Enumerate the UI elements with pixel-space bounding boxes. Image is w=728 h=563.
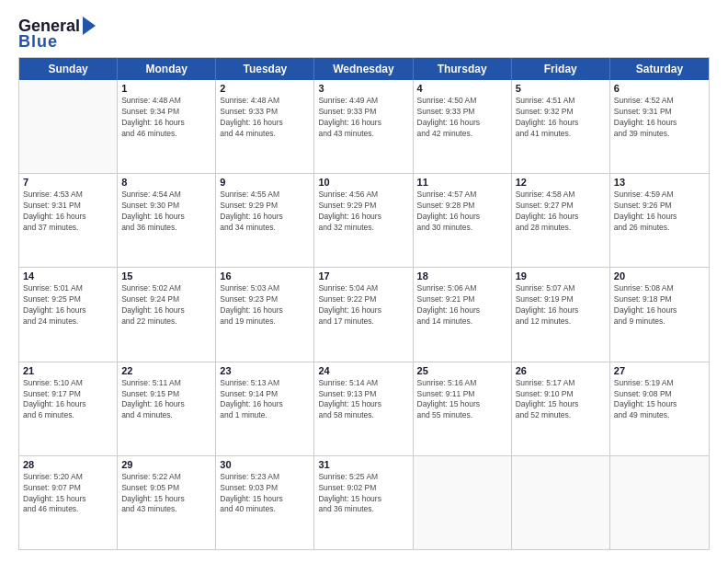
header: General Blue [18, 17, 710, 52]
day-number: 21 [23, 365, 113, 376]
day-number: 14 [23, 270, 113, 282]
day-info: Sunrise: 4:48 AMSunset: 9:33 PMDaylight:… [220, 96, 310, 140]
day-info: Sunrise: 4:49 AMSunset: 9:33 PMDaylight:… [318, 96, 408, 140]
day-info: Sunrise: 5:13 AMSunset: 9:14 PMDaylight:… [220, 378, 310, 422]
day-number: 31 [318, 459, 408, 470]
page: General Blue SundayMondayTuesdayWednesda… [0, 0, 728, 563]
day-number: 4 [417, 83, 507, 94]
calendar-header-cell: Thursday [414, 58, 512, 80]
day-info: Sunrise: 5:03 AMSunset: 9:23 PMDaylight:… [220, 283, 310, 327]
calendar-cell: 28Sunrise: 5:20 AMSunset: 9:07 PMDayligh… [19, 456, 118, 549]
day-info: Sunrise: 5:19 AMSunset: 9:08 PMDaylight:… [614, 378, 705, 422]
logo-arrow-icon [83, 17, 96, 35]
calendar-cell: 10Sunrise: 4:56 AMSunset: 9:29 PMDayligh… [314, 174, 413, 267]
day-info: Sunrise: 4:48 AMSunset: 9:34 PMDaylight:… [121, 96, 211, 140]
day-number: 18 [417, 270, 507, 282]
calendar-header-cell: Monday [118, 58, 216, 80]
day-info: Sunrise: 5:02 AMSunset: 9:24 PMDaylight:… [121, 283, 211, 327]
day-number: 12 [516, 177, 606, 188]
day-info: Sunrise: 5:11 AMSunset: 9:15 PMDaylight:… [121, 378, 211, 422]
day-info: Sunrise: 4:55 AMSunset: 9:29 PMDaylight:… [220, 190, 310, 234]
day-info: Sunrise: 5:04 AMSunset: 9:22 PMDaylight:… [318, 283, 408, 327]
day-number: 7 [23, 177, 113, 188]
calendar-cell: 7Sunrise: 4:53 AMSunset: 9:31 PMDaylight… [19, 174, 118, 267]
day-info: Sunrise: 5:22 AMSunset: 9:05 PMDaylight:… [121, 472, 211, 516]
day-info: Sunrise: 5:16 AMSunset: 9:11 PMDaylight:… [417, 378, 507, 422]
day-info: Sunrise: 5:10 AMSunset: 9:17 PMDaylight:… [23, 378, 113, 422]
day-number: 5 [516, 83, 606, 94]
day-number: 26 [516, 365, 606, 376]
day-number: 28 [23, 459, 113, 470]
day-number: 20 [614, 270, 705, 282]
calendar-cell: 14Sunrise: 5:01 AMSunset: 9:25 PMDayligh… [19, 268, 118, 361]
day-info: Sunrise: 4:51 AMSunset: 9:32 PMDaylight:… [516, 96, 606, 140]
calendar-body: 1Sunrise: 4:48 AMSunset: 9:34 PMDaylight… [19, 80, 709, 549]
calendar-cell: 27Sunrise: 5:19 AMSunset: 9:08 PMDayligh… [610, 362, 709, 455]
day-info: Sunrise: 5:20 AMSunset: 9:07 PMDaylight:… [23, 472, 113, 516]
day-number: 25 [417, 365, 507, 376]
calendar-cell: 25Sunrise: 5:16 AMSunset: 9:11 PMDayligh… [414, 362, 512, 455]
day-info: Sunrise: 5:08 AMSunset: 9:18 PMDaylight:… [614, 283, 705, 327]
calendar-header-cell: Tuesday [216, 58, 314, 80]
calendar-cell [512, 456, 610, 549]
calendar-header-cell: Wednesday [314, 58, 413, 80]
day-info: Sunrise: 4:59 AMSunset: 9:26 PMDaylight:… [614, 190, 705, 234]
calendar-header-cell: Friday [512, 58, 610, 80]
calendar-cell: 2Sunrise: 4:48 AMSunset: 9:33 PMDaylight… [216, 80, 314, 173]
day-number: 1 [121, 83, 211, 94]
calendar-cell: 1Sunrise: 4:48 AMSunset: 9:34 PMDaylight… [118, 80, 216, 173]
calendar-cell: 26Sunrise: 5:17 AMSunset: 9:10 PMDayligh… [512, 362, 610, 455]
day-info: Sunrise: 4:57 AMSunset: 9:28 PMDaylight:… [417, 190, 507, 234]
day-number: 3 [318, 83, 408, 94]
calendar-cell: 19Sunrise: 5:07 AMSunset: 9:19 PMDayligh… [512, 268, 610, 361]
calendar-cell: 23Sunrise: 5:13 AMSunset: 9:14 PMDayligh… [216, 362, 314, 455]
calendar-cell: 29Sunrise: 5:22 AMSunset: 9:05 PMDayligh… [118, 456, 216, 549]
calendar-cell: 15Sunrise: 5:02 AMSunset: 9:24 PMDayligh… [118, 268, 216, 361]
calendar-cell: 17Sunrise: 5:04 AMSunset: 9:22 PMDayligh… [314, 268, 413, 361]
calendar-cell: 31Sunrise: 5:25 AMSunset: 9:02 PMDayligh… [314, 456, 413, 549]
calendar-row: 1Sunrise: 4:48 AMSunset: 9:34 PMDaylight… [19, 80, 709, 174]
calendar-cell: 20Sunrise: 5:08 AMSunset: 9:18 PMDayligh… [610, 268, 709, 361]
calendar-cell: 3Sunrise: 4:49 AMSunset: 9:33 PMDaylight… [314, 80, 413, 173]
day-number: 10 [318, 177, 408, 188]
day-number: 24 [318, 365, 408, 376]
calendar-cell: 6Sunrise: 4:52 AMSunset: 9:31 PMDaylight… [610, 80, 709, 173]
calendar-cell: 5Sunrise: 4:51 AMSunset: 9:32 PMDaylight… [512, 80, 610, 173]
calendar-cell [610, 456, 709, 549]
day-number: 22 [121, 365, 211, 376]
calendar-cell: 18Sunrise: 5:06 AMSunset: 9:21 PMDayligh… [414, 268, 512, 361]
calendar-row: 7Sunrise: 4:53 AMSunset: 9:31 PMDaylight… [19, 174, 709, 268]
calendar-header: SundayMondayTuesdayWednesdayThursdayFrid… [19, 58, 709, 80]
calendar-cell: 12Sunrise: 4:58 AMSunset: 9:27 PMDayligh… [512, 174, 610, 267]
day-info: Sunrise: 5:17 AMSunset: 9:10 PMDaylight:… [516, 378, 606, 422]
calendar-cell [414, 456, 512, 549]
day-number: 19 [516, 270, 606, 282]
calendar-cell: 4Sunrise: 4:50 AMSunset: 9:33 PMDaylight… [414, 80, 512, 173]
day-info: Sunrise: 5:01 AMSunset: 9:25 PMDaylight:… [23, 283, 113, 327]
day-number: 11 [417, 177, 507, 188]
day-number: 15 [121, 270, 211, 282]
calendar-cell: 11Sunrise: 4:57 AMSunset: 9:28 PMDayligh… [414, 174, 512, 267]
day-info: Sunrise: 5:25 AMSunset: 9:02 PMDaylight:… [318, 472, 408, 516]
day-number: 13 [614, 177, 705, 188]
calendar-cell: 21Sunrise: 5:10 AMSunset: 9:17 PMDayligh… [19, 362, 118, 455]
day-info: Sunrise: 4:58 AMSunset: 9:27 PMDaylight:… [516, 190, 606, 234]
day-info: Sunrise: 4:53 AMSunset: 9:31 PMDaylight:… [23, 190, 113, 234]
day-number: 27 [614, 365, 705, 376]
day-number: 29 [121, 459, 211, 470]
day-info: Sunrise: 4:50 AMSunset: 9:33 PMDaylight:… [417, 96, 507, 140]
calendar-header-cell: Sunday [19, 58, 118, 80]
day-number: 30 [220, 459, 310, 470]
calendar-cell: 16Sunrise: 5:03 AMSunset: 9:23 PMDayligh… [216, 268, 314, 361]
day-number: 6 [614, 83, 705, 94]
day-number: 9 [220, 177, 310, 188]
day-info: Sunrise: 5:06 AMSunset: 9:21 PMDaylight:… [417, 283, 507, 327]
day-number: 8 [121, 177, 211, 188]
day-number: 17 [318, 270, 408, 282]
calendar-cell [19, 80, 118, 173]
calendar: SundayMondayTuesdayWednesdayThursdayFrid… [18, 57, 710, 550]
day-info: Sunrise: 4:56 AMSunset: 9:29 PMDaylight:… [318, 190, 408, 234]
calendar-cell: 30Sunrise: 5:23 AMSunset: 9:03 PMDayligh… [216, 456, 314, 549]
day-info: Sunrise: 5:23 AMSunset: 9:03 PMDaylight:… [220, 472, 310, 516]
calendar-row: 28Sunrise: 5:20 AMSunset: 9:07 PMDayligh… [19, 456, 709, 549]
